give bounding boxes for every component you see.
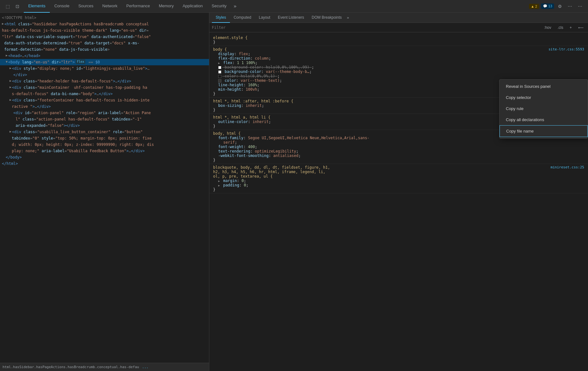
dom-html-cont3[interactable]: data-auth-status-determined="true" data-… xyxy=(0,40,209,46)
padding-expand-icon[interactable]: ▶ xyxy=(218,184,220,187)
dom-body-close[interactable]: </body> xyxy=(0,154,209,160)
context-menu-item-copy-filename[interactable]: Copy file name xyxy=(500,125,588,137)
styles-tab-bar: Styles Computed Layout Event Listeners D… xyxy=(209,13,588,23)
top-tab-bar: ⬚ ⊡ Elements Console Sources Network Per… xyxy=(0,0,588,13)
tab-network[interactable]: Network xyxy=(98,0,122,13)
expand-div3-icon[interactable]: ▶ xyxy=(10,85,11,89)
customize-icon[interactable]: ⋯ xyxy=(566,3,574,10)
context-menu-item-copy-all[interactable]: Copy all declarations xyxy=(500,114,588,125)
tab-performance[interactable]: Performance xyxy=(122,0,154,13)
hov-button[interactable]: :hov xyxy=(542,25,553,30)
tab-memory[interactable]: Memory xyxy=(154,0,178,13)
more-options-icon[interactable]: ⋯ xyxy=(576,3,584,10)
dom-div-usabilla-cont[interactable]: tabindex="0" style="top: 50%; margin-top… xyxy=(0,135,209,141)
dom-div-footer[interactable]: ▶ <div class="footerContainer has-defaul… xyxy=(0,97,209,103)
styles-filter-bar: :hov .cls + ⟵ xyxy=(209,23,588,32)
dom-html-cont[interactable]: has-default-focus js-focus-visible theme… xyxy=(0,27,209,34)
info-badge[interactable]: 💬 13 xyxy=(541,3,554,9)
tab-application[interactable]: Application xyxy=(178,0,207,13)
expand-div5-icon[interactable]: ▶ xyxy=(10,129,11,134)
add-rule-button[interactable]: + xyxy=(568,25,574,30)
collapse-button[interactable]: ⟵ xyxy=(576,25,585,30)
color-swatch-4 xyxy=(218,79,221,82)
css-source-body[interactable]: site-ltr.css:5593 xyxy=(548,47,584,51)
device-icon[interactable]: ⊡ xyxy=(14,3,21,10)
styles-panel: Styles Computed Layout Event Listeners D… xyxy=(209,13,588,371)
devtools-icons: ⬚ ⊡ xyxy=(1,3,24,10)
context-menu-item-copy-rule[interactable]: Copy rule xyxy=(500,103,588,114)
color-swatch-2 xyxy=(218,70,221,74)
dom-div-lightning-close[interactable]: </div> xyxy=(0,72,209,78)
dom-div-main-cont[interactable]: s-default-focus" data-bi-name="body"> …<… xyxy=(0,91,209,97)
tab-styles[interactable]: Styles xyxy=(212,13,230,23)
collapse-html-icon[interactable]: ▶ xyxy=(2,21,4,26)
dom-body[interactable]: ▼ <body lang="en-us" dir="ltr"> flex == … xyxy=(0,59,209,65)
dom-html-cont4[interactable]: format-detection="none" data-js-focus-vi… xyxy=(0,46,209,53)
context-menu-item-copy-selector[interactable]: Copy selector xyxy=(500,92,588,103)
tab-layout[interactable]: Layout xyxy=(255,13,274,23)
dom-div-usabilla[interactable]: ▶ <div class="usabilla_live_button_conta… xyxy=(0,129,209,135)
dom-div-header[interactable]: ▶ <div class="header-holder has-default-… xyxy=(0,78,209,84)
tab-elements[interactable]: Elements xyxy=(24,0,50,13)
cls-button[interactable]: .cls xyxy=(556,25,565,30)
css-rule-element-style: element.style { } xyxy=(209,34,588,46)
settings-icon[interactable]: ⚙ xyxy=(556,3,564,10)
margin-expand-icon[interactable]: ▶ xyxy=(218,179,220,183)
color-swatch-3 xyxy=(218,75,221,78)
tab-event-listeners[interactable]: Event Listeners xyxy=(274,13,308,23)
dom-content: <!DOCTYPE html> ▶ <html class="hasSideba… xyxy=(0,13,209,371)
dom-div-main[interactable]: ▶ <div class="mainContainer uhf-containe… xyxy=(0,84,209,91)
tab-more-icon[interactable]: » xyxy=(231,3,239,9)
dom-html-cont2[interactable]: "ltr" data-css-variable-support="true" d… xyxy=(0,34,209,40)
expand-div2-icon[interactable]: ▶ xyxy=(10,78,11,83)
dom-div-usabilla-cont3[interactable]: play: none;" aria-label="Usabilla Feedba… xyxy=(0,148,209,154)
dom-div-lightning[interactable]: ▶ <div style="display: none;" id="lightn… xyxy=(0,65,209,72)
main-layout: <!DOCTYPE html> ▶ <html class="hasSideba… xyxy=(0,13,588,371)
color-swatch-1 xyxy=(218,66,221,69)
expand-head-icon[interactable]: ▶ xyxy=(6,53,8,58)
expand-div1-icon[interactable]: ▶ xyxy=(10,66,11,70)
inspect-icon[interactable]: ⬚ xyxy=(4,3,12,10)
tab-console[interactable]: Console xyxy=(50,0,74,13)
flex-badge: flex xyxy=(76,59,85,64)
dom-div-usabilla-cont2[interactable]: d; width: 0px; height: 0px; z-index: 999… xyxy=(0,141,209,148)
css-source-minireset[interactable]: minireset.css:25 xyxy=(551,165,584,169)
tab-security[interactable]: Security xyxy=(207,0,231,13)
tab-sources[interactable]: Sources xyxy=(74,0,98,13)
status-ellipsis[interactable]: ... xyxy=(142,365,148,369)
css-rule-minireset: blockquote, body, dd, dl, dt, fieldset, … xyxy=(209,164,588,193)
dom-div-action-cont2[interactable]: aria-expanded="false"></div> xyxy=(0,122,209,129)
context-menu: Reveal in Sources panel Copy selector Co… xyxy=(499,79,588,139)
dom-html-close[interactable]: </html> xyxy=(0,160,209,167)
filter-input[interactable] xyxy=(212,25,539,30)
expand-div4-icon[interactable]: ▶ xyxy=(10,97,11,102)
context-menu-item-reveal[interactable]: Reveal in Sources panel xyxy=(500,81,588,92)
dom-head[interactable]: ▶ <head> … </head> xyxy=(0,53,209,59)
dom-div-action[interactable]: <div id="action-panel" role="region" ari… xyxy=(0,110,209,116)
flex-expand-icon[interactable]: ▶ xyxy=(218,62,220,65)
tab-dom-breakpoints[interactable]: DOM Breakpoints xyxy=(308,13,346,23)
styles-tab-more-icon[interactable]: » xyxy=(346,16,350,20)
tab-computed[interactable]: Computed xyxy=(230,13,255,23)
expand-body-icon[interactable]: ▼ xyxy=(6,59,8,64)
dom-div-footer-cont[interactable]: ractive "> …</div> xyxy=(0,103,209,110)
top-bar-right: ▲ 2 💬 13 ⚙ ⋯ ⋯ xyxy=(529,3,587,10)
dom-html[interactable]: ▶ <html class="hasSidebar hasPageActions… xyxy=(0,21,209,27)
status-bar-text: html.hasSidebar.hasPageActions.hasBreadc… xyxy=(3,365,149,369)
dom-status-bar: html.hasSidebar.hasPageActions.hasBreadc… xyxy=(0,363,209,371)
warn-badge[interactable]: ▲ 2 xyxy=(529,4,539,9)
dom-tree-panel: <!DOCTYPE html> ▶ <html class="hasSideba… xyxy=(0,13,209,371)
dom-doctype[interactable]: <!DOCTYPE html> xyxy=(0,15,209,21)
dom-div-action-cont[interactable]: l" class="action-panel has-default-focus… xyxy=(0,116,209,122)
